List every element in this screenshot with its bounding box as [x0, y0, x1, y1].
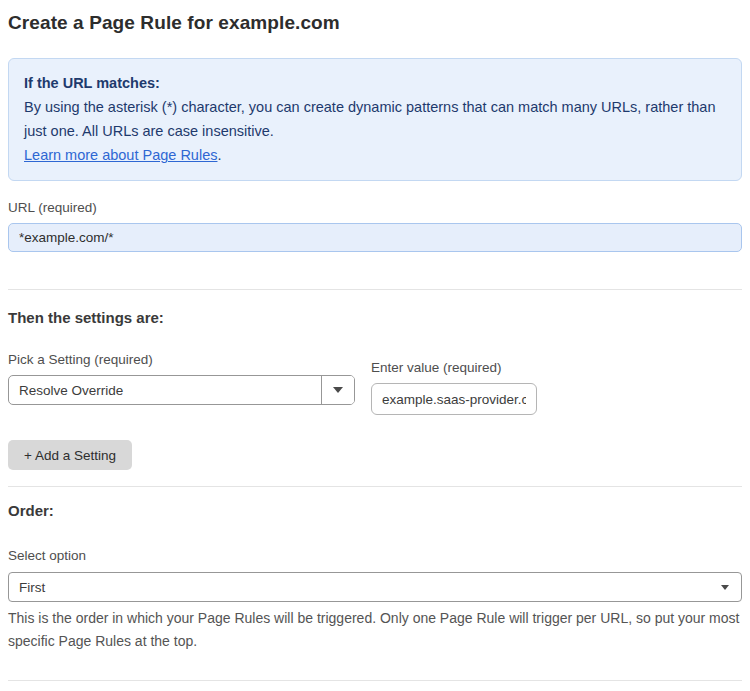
info-box-link-line: Learn more about Page Rules.: [24, 143, 726, 167]
chevron-down-icon: [721, 585, 729, 590]
order-select-label: Select option: [8, 548, 742, 564]
value-field-label: Enter value (required): [371, 360, 537, 376]
learn-more-link[interactable]: Learn more about Page Rules: [24, 147, 217, 163]
url-match-info-box: If the URL matches: By using the asteris…: [8, 58, 742, 181]
settings-section-heading: Then the settings are:: [8, 309, 742, 326]
setting-select-label: Pick a Setting (required): [8, 352, 355, 368]
url-field-label: URL (required): [8, 200, 742, 216]
setting-select-value: Resolve Override: [9, 383, 321, 398]
settings-row: Pick a Setting (required) Resolve Overri…: [8, 352, 742, 415]
info-box-heading: If the URL matches:: [24, 71, 726, 95]
setting-select-column: Pick a Setting (required) Resolve Overri…: [8, 352, 355, 415]
add-setting-button[interactable]: + Add a Setting: [8, 440, 132, 470]
order-section-heading: Order:: [8, 502, 742, 519]
setting-select[interactable]: Resolve Override: [8, 375, 355, 405]
divider: [8, 680, 742, 681]
setting-value-input[interactable]: [371, 383, 537, 415]
url-input[interactable]: [8, 223, 742, 252]
order-select-value: First: [9, 580, 721, 595]
setting-value-column: Enter value (required): [371, 352, 537, 415]
info-box-body: By using the asterisk (*) character, you…: [24, 95, 726, 143]
divider: [8, 486, 742, 487]
chevron-down-icon: [333, 387, 343, 393]
page-title: Create a Page Rule for example.com: [8, 12, 742, 34]
order-select-arrow: [721, 585, 741, 590]
page-rule-form: Create a Page Rule for example.com If th…: [0, 0, 750, 691]
setting-select-arrow-button[interactable]: [321, 376, 354, 404]
link-suffix: .: [217, 147, 221, 163]
divider: [8, 289, 742, 290]
order-select[interactable]: First: [8, 572, 742, 602]
order-help-text: This is the order in which your Page Rul…: [8, 607, 742, 653]
